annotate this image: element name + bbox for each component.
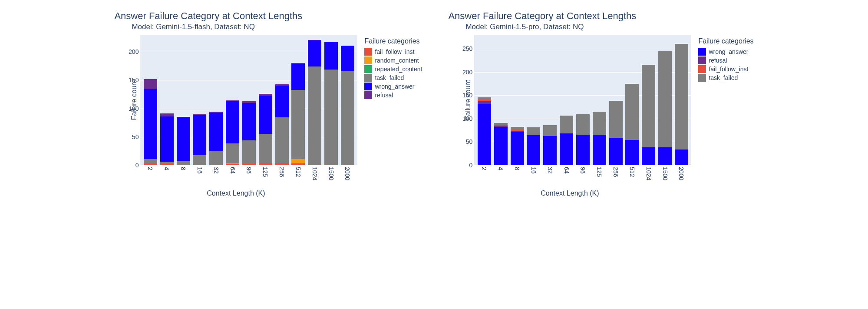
page: Answer Failure Category at Context Lengt… [0, 0, 868, 206]
legend-item-wrong_answer[interactable]: wrong_answer [364, 83, 422, 90]
y-tick-label: 100 [457, 115, 472, 122]
bar-segment-wrong_answer [609, 138, 623, 165]
bar-segment-task_failed [291, 90, 305, 159]
legend-label: task_failed [709, 74, 738, 81]
bar-stack [226, 100, 239, 165]
bar-segment-wrong_answer [341, 46, 354, 71]
x-tick-label: 16 [530, 165, 537, 174]
bar-segment-wrong_answer [259, 96, 272, 134]
chart-subtitle: Model: Gemini-1.5-flash, Dataset: NQ [132, 23, 254, 31]
bar-stack [543, 125, 557, 165]
x-tick-label: 1500 [328, 165, 335, 180]
legend-label: refusal [709, 57, 727, 64]
bar-stack [341, 46, 354, 165]
bar-segment-task_failed [193, 155, 206, 165]
legend-label: refusal [375, 92, 393, 99]
x-axis-title: Context Length (K) [448, 189, 691, 197]
legend-swatch [364, 48, 372, 56]
bar-segment-wrong_answer [193, 115, 206, 155]
bar-segment-task_failed [576, 114, 590, 135]
x-tick-label: 32 [213, 165, 220, 174]
legend-item-task_failed[interactable]: task_failed [698, 74, 753, 82]
legend-label: repeated_content [375, 66, 422, 73]
y-tick-label: 50 [457, 138, 472, 145]
bar-stack [324, 42, 338, 165]
legend-item-random_content[interactable]: random_content [364, 56, 422, 64]
bar-slot: 1500 [657, 35, 673, 165]
bar-slot: 16 [191, 35, 208, 165]
bar-segment-task_failed [642, 65, 655, 148]
x-tick-label: 16 [196, 165, 203, 174]
chart-left: Answer Failure Category at Context Lengt… [114, 9, 422, 197]
bar-segment-wrong_answer [511, 132, 524, 165]
bar-segment-task_failed [209, 151, 223, 164]
bar-segment-task_failed [308, 66, 321, 165]
bar-segment-wrong_answer [308, 40, 321, 66]
bar-stack [259, 94, 272, 165]
x-tick-label: 125 [596, 165, 603, 177]
legend-label: task_failed [375, 74, 404, 81]
bar-segment-wrong_answer [209, 113, 223, 151]
bar-segment-wrong_answer [593, 135, 606, 165]
x-tick-label: 1024 [645, 165, 652, 180]
legend-title: Failure categories [698, 37, 753, 45]
x-tick-label: 4 [163, 165, 170, 170]
legend-item-refusal[interactable]: refusal [698, 56, 753, 64]
x-tick-label: 64 [563, 165, 570, 174]
plot-area: Failure count 05010015020024816326496125… [140, 35, 357, 165]
bar-slot: 8 [175, 35, 191, 165]
x-tick-label: 8 [180, 165, 187, 170]
chart-subtitle: Model: Gemini-1.5-pro, Dataset: NQ [465, 23, 584, 31]
bar-slot: 2000 [340, 35, 356, 165]
bar-segment-task_failed [341, 71, 354, 165]
bar-slot: 1024 [640, 35, 657, 165]
x-tick-label: 2 [147, 165, 154, 170]
legend-item-fail_follow_inst[interactable]: fail_follow_inst [364, 48, 422, 56]
bars-container: 24816326496125256512102415002000 [140, 35, 357, 165]
legend-item-refusal[interactable]: refusal [364, 91, 422, 99]
y-tick-label: 250 [457, 45, 472, 52]
bar-stack [160, 113, 174, 165]
bar-stack [675, 44, 688, 165]
legend-swatch [698, 48, 706, 56]
bar-slot: 512 [290, 35, 307, 165]
bar-stack [242, 101, 256, 165]
legend-title: Failure categories [364, 37, 422, 45]
legend-swatch [364, 91, 372, 99]
bar-segment-wrong_answer [144, 89, 157, 159]
bar-slot: 512 [624, 35, 640, 165]
bar-segment-wrong_answer [543, 136, 557, 166]
legend-item-task_failed[interactable]: task_failed [364, 74, 422, 82]
bar-segment-task_failed [625, 84, 639, 140]
plot-column: Failure count 05010015020025024816326496… [448, 35, 691, 197]
bar-slot: 2000 [673, 35, 690, 165]
legend-item-wrong_answer[interactable]: wrong_answer [698, 48, 753, 56]
legend-label: fail_follow_inst [375, 48, 414, 55]
chart-right: Answer Failure Category at Context Lengt… [448, 9, 753, 197]
legend-item-repeated_content[interactable]: repeated_content [364, 65, 422, 73]
bar-segment-task_failed [543, 125, 557, 136]
legend: Failure categories wrong_answerrefusalfa… [698, 37, 753, 83]
legend-item-fail_follow_inst[interactable]: fail_follow_inst [698, 65, 753, 73]
bar-segment-task_failed [675, 44, 688, 149]
y-tick-label: 200 [123, 48, 139, 55]
x-tick-label: 2000 [678, 165, 685, 180]
x-tick-label: 512 [629, 165, 636, 177]
bar-segment-task_failed [226, 143, 239, 163]
bar-segment-task_failed [609, 101, 623, 138]
legend-swatch [698, 74, 706, 82]
bar-segment-task_failed [560, 116, 573, 133]
bar-slot: 1500 [323, 35, 340, 165]
bar-slot: 1024 [307, 35, 323, 165]
x-tick-label: 1500 [662, 165, 669, 180]
bar-segment-wrong_answer [625, 140, 639, 165]
bar-slot: 16 [525, 35, 542, 165]
bar-stack [494, 123, 508, 165]
bar-stack [658, 51, 672, 165]
bar-segment-task_failed [324, 70, 338, 165]
bar-slot: 2 [142, 35, 158, 165]
x-tick-label: 96 [579, 165, 586, 174]
bar-segment-wrong_answer [177, 117, 190, 161]
plot-column: Failure count 05010015020024816326496125… [114, 35, 357, 197]
bar-stack [291, 63, 305, 165]
